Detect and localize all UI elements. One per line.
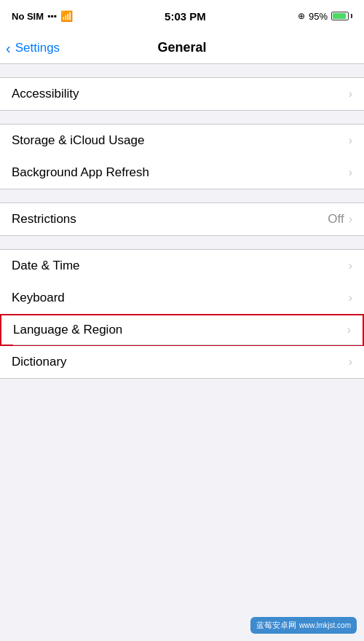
section-accessibility: Accessibility › xyxy=(0,77,364,111)
restrictions-row[interactable]: Restrictions Off › xyxy=(0,203,364,235)
settings-content: Accessibility › Storage & iCloud Usage ›… xyxy=(0,64,364,379)
language-row[interactable]: Language & Region › xyxy=(0,314,364,346)
back-button[interactable]: ‹ Settings xyxy=(6,41,60,55)
restrictions-row-right: Off › xyxy=(328,212,352,227)
back-label: Settings xyxy=(15,41,60,55)
accessibility-chevron-icon: › xyxy=(349,88,352,100)
keyboard-row-right: › xyxy=(349,292,352,304)
datetime-label: Date & Time xyxy=(12,259,80,273)
accessibility-label: Accessibility xyxy=(12,87,79,101)
keyboard-label: Keyboard xyxy=(12,291,65,305)
wifi-icon: 📶 xyxy=(60,10,73,22)
background-row[interactable]: Background App Refresh › xyxy=(0,157,364,189)
section-gap-top xyxy=(0,64,364,77)
status-left: No SIM ▪▪▪ 📶 xyxy=(12,10,73,22)
keyboard-row[interactable]: Keyboard › xyxy=(0,282,364,314)
section-gap-2 xyxy=(0,189,364,202)
nav-bar: ‹ Settings General xyxy=(0,32,364,64)
language-label: Language & Region xyxy=(13,323,122,337)
dictionary-row[interactable]: Dictionary › xyxy=(0,346,364,378)
watermark: 蓝莓安卓网 www.lmkjst.com xyxy=(250,617,357,634)
keyboard-chevron-icon: › xyxy=(349,292,352,304)
datetime-chevron-icon: › xyxy=(349,260,352,272)
restrictions-value: Off xyxy=(328,212,344,227)
carrier-text: No SIM xyxy=(12,11,44,22)
accessibility-row-right: › xyxy=(349,88,352,100)
section-storage: Storage & iCloud Usage › Background App … xyxy=(0,124,364,189)
background-chevron-icon: › xyxy=(349,167,352,178)
section-restrictions: Restrictions Off › xyxy=(0,202,364,236)
language-chevron-icon: › xyxy=(347,324,351,336)
location-icon: ⊕ xyxy=(298,11,305,21)
storage-row[interactable]: Storage & iCloud Usage › xyxy=(0,125,364,157)
dictionary-row-right: › xyxy=(349,356,352,368)
back-chevron-icon: ‹ xyxy=(6,41,11,55)
datetime-row[interactable]: Date & Time › xyxy=(0,250,364,282)
datetime-row-right: › xyxy=(349,260,352,272)
battery-icon xyxy=(331,12,352,20)
background-row-right: › xyxy=(349,167,352,178)
page-title: General xyxy=(157,40,206,55)
status-time: 5:03 PM xyxy=(165,10,206,23)
section-gap-1 xyxy=(0,111,364,124)
signal-icon: ▪▪▪ xyxy=(47,11,57,21)
restrictions-label: Restrictions xyxy=(12,212,76,227)
section-date-language: Date & Time › Keyboard › Language & Regi… xyxy=(0,249,364,379)
dictionary-label: Dictionary xyxy=(12,355,67,369)
storage-row-right: › xyxy=(349,135,352,146)
dictionary-chevron-icon: › xyxy=(349,356,352,368)
restrictions-chevron-icon: › xyxy=(349,213,352,225)
background-label: Background App Refresh xyxy=(12,165,149,180)
watermark-text: 蓝莓安卓网 xyxy=(256,620,296,631)
status-right: ⊕ 95% xyxy=(298,11,352,22)
section-gap-3 xyxy=(0,236,364,249)
storage-chevron-icon: › xyxy=(349,135,352,146)
battery-percent: 95% xyxy=(309,11,328,22)
language-row-right: › xyxy=(347,324,351,336)
watermark-url: www.lmkjst.com xyxy=(299,621,351,629)
status-bar: No SIM ▪▪▪ 📶 5:03 PM ⊕ 95% xyxy=(0,0,364,32)
storage-label: Storage & iCloud Usage xyxy=(12,133,144,148)
accessibility-row[interactable]: Accessibility › xyxy=(0,78,364,110)
